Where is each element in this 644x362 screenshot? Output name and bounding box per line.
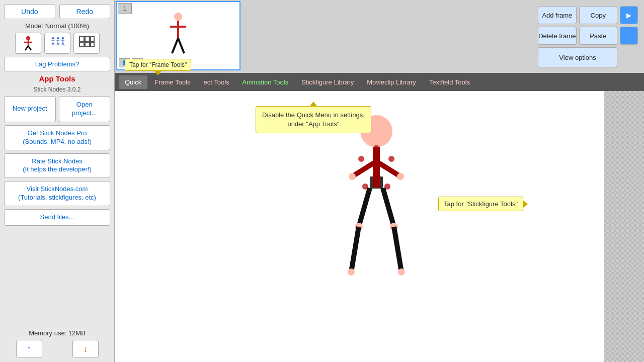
svg-line-49 — [394, 227, 401, 272]
main-area: 1 👤 ≡ Add frame Copy ▶ — [115, 0, 644, 362]
svg-point-39 — [397, 173, 404, 180]
svg-line-4 — [28, 46, 31, 50]
sidebar: Undo Redo Mode: Normal (100%) — [0, 0, 115, 362]
checkered-bg — [604, 91, 644, 362]
svg-rect-24 — [91, 37, 94, 41]
visit-button[interactable]: Visit StickNodes.com(Tutorials, stickfig… — [4, 181, 110, 206]
app-tools-title: App Tools — [39, 74, 75, 83]
svg-line-29 — [172, 38, 178, 53]
arrow-buttons-row: ↑ ↓ — [16, 340, 99, 358]
play-button[interactable]: ▶ — [620, 6, 638, 24]
tooltip-arrow-up2 — [309, 102, 317, 107]
disable-qm-line2: under "App Tools" — [287, 120, 339, 128]
disable-qm-line1: Disable the Quick Menu in settings, — [262, 111, 365, 119]
svg-line-19 — [63, 43, 64, 46]
tooltip-arrow-left — [523, 200, 528, 208]
send-files-button[interactable]: Send files... — [4, 209, 110, 226]
group-blue-icon — [49, 36, 65, 51]
scroll-up-button[interactable]: ↑ — [16, 340, 42, 358]
new-open-row: New project Openproject... — [4, 96, 110, 122]
svg-rect-21 — [85, 37, 90, 41]
canvas-area[interactable]: Disable the Quick Menu in settings, unde… — [115, 91, 644, 362]
rate-button[interactable]: Rate Stick Nodes(It helps the developer!… — [4, 153, 110, 178]
blue-square — [620, 27, 638, 45]
frame-tools-tooltip: Tap for "Frame Tools" — [125, 59, 191, 71]
tool-icon-row — [15, 33, 100, 54]
new-project-button[interactable]: New project — [4, 96, 56, 122]
person-red-icon — [20, 36, 36, 51]
svg-line-18 — [61, 43, 62, 46]
stickfig-tap-label: Tap for "Stickfigure Tools" — [444, 200, 518, 208]
svg-point-26 — [174, 13, 182, 21]
svg-rect-25 — [91, 42, 94, 47]
svg-line-36 — [352, 161, 376, 176]
tab-textfield-tools[interactable]: Textfield Tools — [423, 75, 476, 89]
undo-button[interactable]: Undo — [4, 4, 55, 19]
memory-label: Memory use: 12MB — [29, 329, 86, 337]
svg-line-14 — [58, 43, 59, 46]
svg-rect-20 — [79, 37, 84, 41]
grid-icon — [78, 36, 95, 51]
svg-point-41 — [388, 156, 394, 162]
frame-number: 1 — [118, 3, 132, 14]
arrow-up-icon: ↑ — [27, 344, 31, 354]
tab-quick[interactable]: Quick — [119, 75, 147, 89]
svg-line-45 — [383, 188, 394, 227]
svg-point-40 — [358, 156, 364, 162]
redo-button[interactable]: Redo — [59, 4, 111, 19]
copy-button[interactable]: Copy — [579, 6, 617, 24]
view-options-button[interactable]: View options — [538, 47, 617, 67]
paste-button[interactable]: Paste — [579, 27, 617, 45]
grid-icon-button[interactable] — [73, 33, 100, 54]
tab-movieclip-library[interactable]: Movieclip Library — [361, 75, 422, 89]
tab-object-tools[interactable]: ect Tools — [198, 75, 235, 89]
svg-point-5 — [52, 37, 54, 39]
add-frame-button[interactable]: Add frame — [538, 6, 576, 24]
tab-frame-tools[interactable]: Frame Tools — [148, 75, 196, 89]
toolbar-tabs: Tap for "Frame Tools" Quick Frame Tools … — [115, 73, 644, 91]
get-pro-button[interactable]: Get Stick Nodes Pro(Sounds, MP4, no ads!… — [4, 125, 110, 150]
svg-point-50 — [348, 268, 355, 276]
arrow-down-icon: ↓ — [83, 344, 88, 354]
right-panel: Add frame Copy ▶ Delete frame Paste View… — [243, 0, 644, 73]
svg-point-51 — [398, 268, 405, 276]
open-project-button[interactable]: Openproject... — [59, 96, 111, 122]
person-icon-button[interactable] — [15, 33, 41, 54]
svg-line-30 — [178, 38, 184, 53]
svg-line-9 — [53, 43, 54, 46]
svg-point-10 — [57, 37, 59, 39]
undo-redo-row: Undo Redo — [4, 4, 110, 19]
disable-qm-tooltip: Disable the Quick Menu in settings, unde… — [256, 106, 371, 133]
svg-point-15 — [61, 37, 63, 39]
svg-rect-22 — [79, 42, 84, 47]
version-label: Stick Nodes 3.0.2 — [33, 86, 80, 93]
svg-line-3 — [25, 46, 28, 50]
svg-point-38 — [349, 173, 356, 180]
svg-line-48 — [351, 227, 359, 272]
svg-point-0 — [26, 36, 30, 40]
mode-label: Mode: Normal (100%) — [25, 22, 89, 30]
scroll-down-button[interactable]: ↓ — [72, 340, 99, 358]
frame-controls-grid: Add frame Copy ▶ Delete frame Paste View… — [538, 3, 641, 67]
main-stickfigure[interactable] — [321, 106, 432, 307]
svg-line-44 — [359, 188, 370, 227]
lag-problems-button[interactable]: Lag Problems? — [4, 57, 110, 71]
tab-animation-tools[interactable]: Animation Tools — [236, 75, 295, 89]
svg-line-13 — [56, 43, 57, 46]
delete-frame-button[interactable]: Delete frame — [538, 27, 576, 45]
svg-line-8 — [51, 43, 52, 46]
svg-rect-23 — [85, 42, 90, 47]
tab-stickfigure-library[interactable]: Stickfigure Library — [295, 75, 360, 89]
topbar: 1 👤 ≡ Add frame Copy ▶ — [115, 0, 644, 73]
svg-line-37 — [376, 161, 400, 176]
stickfig-tools-tooltip: Tap for "Stickfigure Tools" — [438, 197, 523, 211]
thumbnail-stickfig — [163, 11, 193, 61]
tooltip-arrow-down — [154, 70, 162, 75]
group-icon-button[interactable] — [44, 33, 70, 54]
